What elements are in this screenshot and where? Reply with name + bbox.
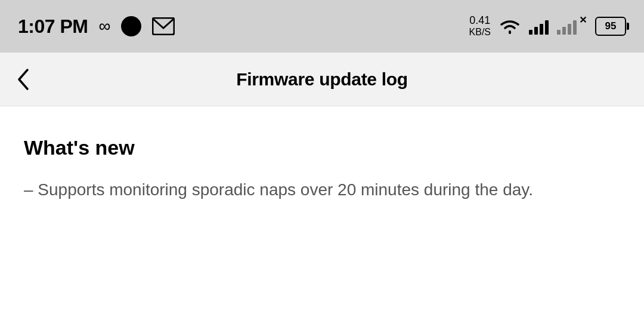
circle-icon	[121, 16, 141, 36]
infinity-icon: ∞	[98, 17, 110, 36]
status-right: 0.41 KB/S ✕ 95	[469, 15, 626, 37]
content-area: What's new – Supports monitoring sporadi…	[0, 106, 644, 226]
status-bar: 1:07 PM ∞ 0.41 KB/S	[0, 0, 644, 53]
whats-new-body: – Supports monitoring sporadic naps over…	[24, 177, 620, 202]
speed-indicator: 0.41 KB/S	[469, 15, 491, 37]
page-title: Firmware update log	[236, 69, 408, 90]
signal-x-mark: ✕	[579, 14, 587, 26]
whats-new-title: What's new	[24, 136, 620, 159]
wifi-icon	[499, 17, 521, 35]
back-button[interactable]	[17, 68, 30, 91]
signal-x-icon: ✕	[557, 18, 587, 35]
mail-icon	[152, 17, 175, 35]
status-time: 1:07 PM	[18, 16, 88, 38]
speed-value: 0.41	[469, 15, 491, 27]
speed-unit: KB/S	[469, 27, 491, 38]
battery-level: 95	[605, 20, 617, 32]
status-left: 1:07 PM ∞	[18, 16, 175, 38]
battery-icon: 95	[595, 17, 626, 36]
nav-bar: Firmware update log	[0, 53, 644, 106]
back-chevron-icon	[17, 68, 30, 91]
signal-bars-icon	[529, 18, 549, 35]
